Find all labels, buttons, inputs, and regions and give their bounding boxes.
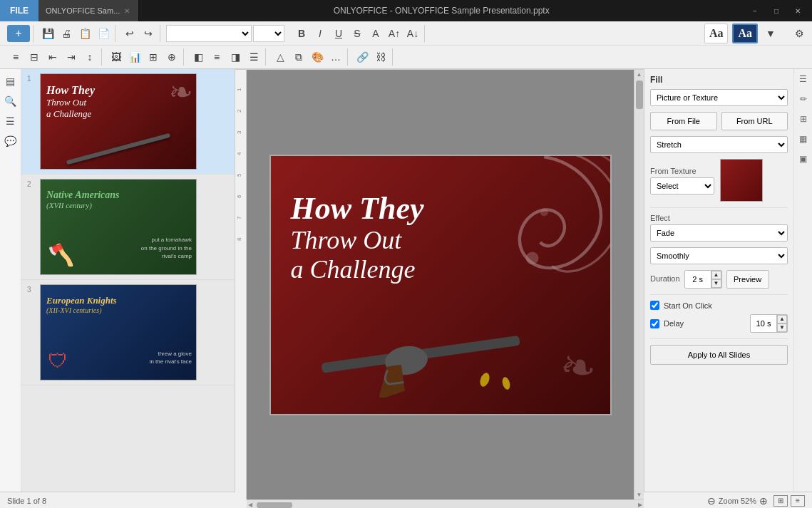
- right-icon-5[interactable]: ▣: [795, 150, 812, 167]
- slide-number-3: 3: [27, 284, 36, 294]
- insert-image-button[interactable]: 🖼: [108, 48, 125, 66]
- slide-item-2[interactable]: 2 Native Americans (XVII century) put a …: [21, 175, 235, 280]
- duration-input[interactable]: [685, 271, 711, 287]
- duration-label: Duration: [650, 274, 680, 283]
- font-size-select[interactable]: [253, 25, 284, 42]
- sidebar-search-icon[interactable]: 🔍: [1, 92, 20, 110]
- from-url-button[interactable]: From URL: [721, 112, 788, 130]
- list-ordered-button[interactable]: ⊟: [26, 48, 43, 66]
- insert-chart-button[interactable]: 📊: [126, 48, 143, 66]
- align-justify-button[interactable]: ☰: [245, 48, 262, 66]
- from-file-button[interactable]: From File: [650, 112, 717, 130]
- slide-title-line3: a Challenge: [291, 255, 424, 284]
- stretch-select[interactable]: Stretch: [650, 136, 788, 153]
- main-content: ▤ 🔍 ☰ 💬 1 How They Throw Out a Challenge…: [0, 69, 812, 492]
- line-spacing-button[interactable]: ↕: [81, 48, 98, 66]
- svg-point-12: [540, 208, 548, 216]
- duration-up-btn[interactable]: ▲: [711, 271, 721, 279]
- zoom-in-icon[interactable]: ⊕: [759, 495, 768, 507]
- font-color-button[interactable]: A: [367, 25, 384, 42]
- indent-dec-button[interactable]: ⇤: [44, 48, 61, 66]
- indent-inc-button[interactable]: ⇥: [63, 48, 80, 66]
- slide-item-1[interactable]: 1 How They Throw Out a Challenge ❧: [21, 69, 235, 175]
- svg-text:7: 7: [236, 216, 242, 219]
- undo-button[interactable]: ↩: [121, 25, 138, 42]
- view-normal-icon[interactable]: ⊞: [774, 495, 788, 507]
- right-icon-3[interactable]: ⊞: [795, 110, 812, 128]
- texture-select[interactable]: Select: [650, 177, 714, 195]
- align-right-button[interactable]: ◨: [227, 48, 244, 66]
- scroll-thumb[interactable]: [636, 81, 643, 109]
- align-center-button[interactable]: ≡: [208, 48, 225, 66]
- add-button[interactable]: +: [7, 25, 30, 42]
- more-button[interactable]: …: [327, 48, 344, 66]
- view-outline-icon[interactable]: ≡: [791, 495, 805, 507]
- delay-down-btn[interactable]: ▼: [777, 323, 787, 332]
- copy-button[interactable]: 📋: [76, 25, 93, 42]
- align-left-button[interactable]: ◧: [190, 48, 207, 66]
- list-unordered-button[interactable]: ≡: [7, 48, 24, 66]
- delay-up-btn[interactable]: ▲: [777, 315, 787, 323]
- file-button[interactable]: FILE: [0, 0, 38, 21]
- shapes-button[interactable]: △: [272, 48, 289, 66]
- vertical-scrollbar[interactable]: ▲ ▼: [634, 70, 644, 499]
- link-options-button[interactable]: ⛓: [372, 48, 389, 66]
- start-on-click-row: Start On Click: [650, 301, 788, 310]
- minimize-button[interactable]: −: [745, 4, 765, 18]
- font-name-select[interactable]: [166, 25, 252, 42]
- italic-button[interactable]: I: [312, 25, 329, 42]
- slide-title-line1: How They: [291, 192, 424, 226]
- delay-checkbox[interactable]: [650, 319, 659, 328]
- paste-button[interactable]: 📄: [95, 25, 112, 42]
- duration-down-btn[interactable]: ▼: [711, 279, 721, 288]
- zoom-level: Zoom 52%: [719, 497, 756, 505]
- sidebar-comments-icon[interactable]: 💬: [1, 132, 20, 150]
- theme-dropdown-button[interactable]: ▼: [762, 25, 779, 42]
- document-tab[interactable]: ONLYOFFICE Sam... ✕: [38, 0, 138, 21]
- delay-row: Delay ▲ ▼: [650, 314, 788, 333]
- h-scroll-thumb[interactable]: [257, 502, 292, 508]
- redo-button[interactable]: ↪: [140, 25, 157, 42]
- fill-type-select[interactable]: Picture or Texture: [650, 89, 788, 106]
- slide-info: Slide 1 of 8: [7, 497, 46, 505]
- right-icon-4[interactable]: ▦: [795, 130, 812, 147]
- maximize-button[interactable]: □: [766, 4, 786, 18]
- slide-panel: 1 How They Throw Out a Challenge ❧: [21, 69, 235, 492]
- effect-type-select[interactable]: Fade: [650, 224, 788, 242]
- theme-2[interactable]: Aa: [732, 24, 758, 43]
- right-icon-1[interactable]: ☰: [795, 71, 812, 88]
- insert-table-button[interactable]: ⊞: [145, 48, 162, 66]
- font-smaller-button[interactable]: A↓: [404, 25, 421, 42]
- svg-text:1: 1: [236, 88, 242, 91]
- tab-close-btn[interactable]: ✕: [124, 7, 130, 15]
- effect-speed-select[interactable]: Smoothly: [650, 247, 788, 264]
- svg-text:6: 6: [236, 195, 242, 198]
- arrange-button[interactable]: ⧉: [290, 48, 307, 66]
- apply-all-slides-button[interactable]: Apply to All Slides: [650, 345, 788, 365]
- delay-input[interactable]: [751, 316, 776, 331]
- theme-1[interactable]: Aa: [704, 24, 729, 43]
- start-on-click-label: Start On Click: [664, 301, 712, 310]
- horizontal-scrollbar[interactable]: ◀ ▶: [247, 499, 644, 508]
- insert-other-button[interactable]: ⊕: [163, 48, 180, 66]
- svg-text:5: 5: [236, 173, 242, 177]
- close-button[interactable]: ✕: [788, 4, 808, 18]
- settings-button[interactable]: ⚙: [791, 25, 808, 42]
- toolbar: + 💾 🖨 📋 📄 ↩ ↪ B I U S A: [0, 21, 812, 69]
- underline-button[interactable]: U: [330, 25, 347, 42]
- sidebar-slides-icon[interactable]: ▤: [1, 72, 20, 90]
- font-bigger-button[interactable]: A↑: [386, 25, 403, 42]
- save-button[interactable]: 💾: [39, 25, 56, 42]
- zoom-out-icon[interactable]: ⊖: [707, 495, 716, 507]
- preview-button[interactable]: Preview: [726, 270, 769, 289]
- hyperlink-button[interactable]: 🔗: [354, 48, 371, 66]
- right-icon-2[interactable]: ✏: [795, 90, 812, 108]
- strikethrough-button[interactable]: S: [349, 25, 366, 42]
- svg-text:3: 3: [236, 130, 242, 134]
- bold-button[interactable]: B: [293, 25, 310, 42]
- slide-item-3[interactable]: 3 European Knights (XII-XVI centuries) t…: [21, 280, 235, 385]
- color-fill-button[interactable]: 🎨: [309, 48, 326, 66]
- start-on-click-checkbox[interactable]: [650, 301, 659, 310]
- sidebar-nav-icon[interactable]: ☰: [1, 112, 20, 130]
- print-button[interactable]: 🖨: [58, 25, 75, 42]
